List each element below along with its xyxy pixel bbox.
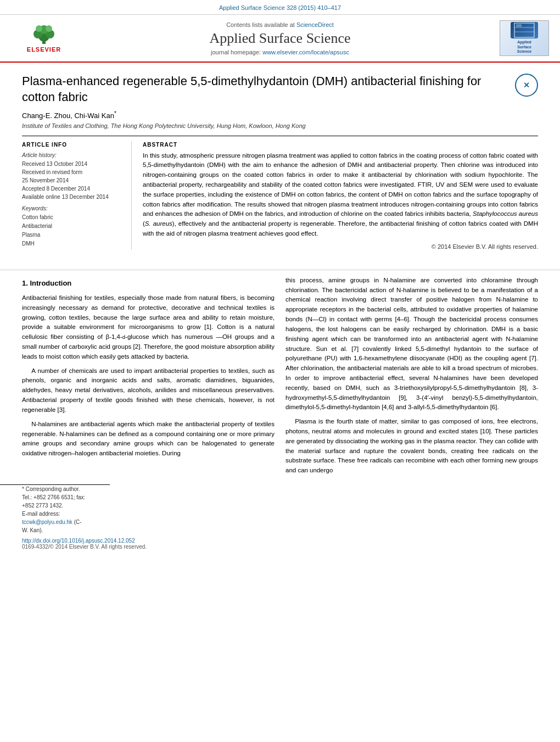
section1-heading: 1. Introduction xyxy=(22,278,275,289)
keyword-4: DMH xyxy=(22,239,123,248)
accepted-date: Accepted 8 December 2014 xyxy=(22,185,123,193)
body-col-right: this process, amine groups in N-halamine… xyxy=(285,276,538,480)
elsevier-tree-icon xyxy=(30,24,58,45)
body-para-4: this process, amine groups in N-halamine… xyxy=(285,276,538,412)
footnote-email: E-mail address: tccwk@polyu.edu.hk (C-W.… xyxy=(22,510,88,534)
article-info: ARTICLE INFO Article history: Received 1… xyxy=(22,142,132,250)
info-abstract-section: ARTICLE INFO Article history: Received 1… xyxy=(22,136,538,250)
journal-logo-box: AppliedSurfaceScience xyxy=(500,20,549,56)
journal-title: Applied Surface Science xyxy=(77,30,483,47)
abstract-section: ABSTRACT In this study, atmospheric pres… xyxy=(143,142,538,250)
abstract-title: ABSTRACT xyxy=(143,142,538,148)
paper-title-row: Plasma-enhanced regenerable 5,5-dimethyl… xyxy=(22,74,538,105)
header-left: ELSEVIER xyxy=(11,23,77,53)
revised-date: 25 November 2014 xyxy=(22,176,123,185)
doi-section: http://dx.doi.org/10.1016/j.apsusc.2014.… xyxy=(0,534,560,551)
history-label: Article history: xyxy=(22,152,123,158)
affiliation: Institute of Textiles and Clothing, The … xyxy=(22,122,538,129)
header-center: Contents lists available at ScienceDirec… xyxy=(77,21,483,55)
svg-point-6 xyxy=(46,25,52,32)
journal-logo-icon xyxy=(513,22,535,38)
article-info-title: ARTICLE INFO xyxy=(22,142,123,148)
available-date: Available online 13 December 2014 xyxy=(22,193,123,201)
body-para-2: A number of chemicals are used to impart… xyxy=(22,366,275,415)
body-para-1: Antibacterial finishing for textiles, es… xyxy=(22,293,275,362)
issn-text: 0169-4332/© 2014 Elsevier B.V. All right… xyxy=(22,544,538,550)
page-header: ELSEVIER Contents lists available at Sci… xyxy=(0,15,560,63)
footnote-section: * Corresponding author. Tel.: +852 2766 … xyxy=(0,484,110,534)
elsevier-label: ELSEVIER xyxy=(27,46,61,53)
body-para-5: Plasma is the fourth state of matter, si… xyxy=(285,417,538,476)
header-right: AppliedSurfaceScience xyxy=(483,20,549,56)
doi-url[interactable]: http://dx.doi.org/10.1016/j.apsusc.2014.… xyxy=(22,538,135,544)
body-col-left: 1. Introduction Antibacterial finishing … xyxy=(22,276,275,480)
keyword-3: Plasma xyxy=(22,231,123,239)
body-divider xyxy=(0,270,560,270)
journal-logo-text: AppliedSurfaceScience xyxy=(517,40,531,54)
copyright-text: © 2014 Elsevier B.V. All rights reserved… xyxy=(143,243,538,250)
email-link[interactable]: tccwk@polyu.edu.hk xyxy=(22,519,72,525)
sciencedirect-link[interactable]: ScienceDirect xyxy=(296,21,334,28)
abstract-text: In this study, atmospheric pressure nitr… xyxy=(143,151,538,239)
journal-homepage: journal homepage: www.elsevier.com/locat… xyxy=(77,49,483,55)
keywords-label: Keywords: xyxy=(22,205,123,211)
crossmark-icon[interactable] xyxy=(515,74,538,97)
footnote-star: * Corresponding author. Tel.: +852 2766 … xyxy=(22,485,88,510)
keyword-2: Antibacterial xyxy=(22,222,123,231)
received-date: Received 13 October 2014 xyxy=(22,160,123,168)
elsevier-logo: ELSEVIER xyxy=(19,23,69,53)
svg-rect-10 xyxy=(516,24,522,27)
keyword-1: Cotton fabric xyxy=(22,213,123,222)
body-section: 1. Introduction Antibacterial finishing … xyxy=(0,276,560,480)
body-para-3: N-halamines are antibacterial agents whi… xyxy=(22,420,275,459)
top-banner: Applied Surface Science 328 (2015) 410–4… xyxy=(0,0,560,15)
journal-ref: Applied Surface Science 328 (2015) 410–4… xyxy=(219,4,341,11)
homepage-link[interactable]: www.elsevier.com/locate/apsusc xyxy=(262,49,349,55)
authors: Chang-E. Zhou, Chi-Wai Kan* xyxy=(22,110,538,120)
doi-link[interactable]: http://dx.doi.org/10.1016/j.apsusc.2014.… xyxy=(22,538,538,544)
sciencedirect-text: Contents lists available at ScienceDirec… xyxy=(77,21,483,28)
revised-label: Received in revised form xyxy=(22,168,123,176)
paper-title: Plasma-enhanced regenerable 5,5-dimethyl… xyxy=(22,74,507,105)
svg-point-5 xyxy=(36,25,42,32)
article-main: Plasma-enhanced regenerable 5,5-dimethyl… xyxy=(0,63,560,264)
